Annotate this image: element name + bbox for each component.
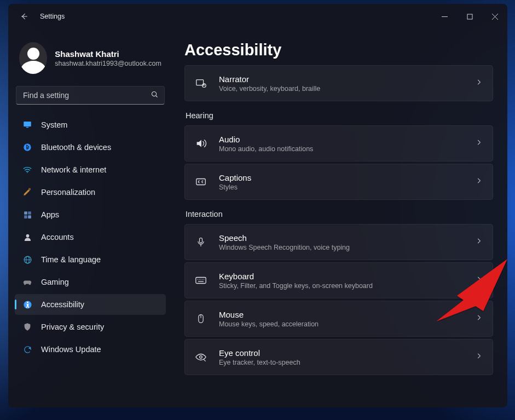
sidebar-item-label: Accounts bbox=[41, 233, 74, 241]
chevron-right-icon bbox=[475, 78, 483, 88]
sidebar-item-personalization[interactable]: Personalization bbox=[15, 182, 166, 203]
profile-block[interactable]: Shashwat Khatri shashwat.khatri1993@outl… bbox=[15, 29, 166, 84]
setting-card-keyboard[interactable]: Keyboard Sticky, Filter, and Toggle keys… bbox=[184, 262, 493, 298]
card-description: Styles bbox=[219, 183, 463, 191]
monitor-icon bbox=[22, 120, 32, 130]
mouse-icon bbox=[195, 313, 207, 324]
svg-rect-24 bbox=[196, 179, 206, 185]
person-icon bbox=[22, 232, 32, 242]
svg-point-15 bbox=[26, 234, 29, 237]
chevron-right-icon bbox=[475, 314, 483, 324]
setting-card-captions[interactable]: Captions Styles bbox=[184, 164, 493, 200]
search-box[interactable] bbox=[16, 86, 165, 105]
sidebar-item-accounts[interactable]: Accounts bbox=[15, 227, 166, 248]
sidebar-item-label: Time & language bbox=[41, 255, 101, 264]
sidebar-item-label: Personalization bbox=[41, 188, 95, 197]
sidebar-item-label: Apps bbox=[41, 210, 59, 219]
setting-card-eye-control[interactable]: Eye control Eye tracker, text-to-speech bbox=[184, 339, 493, 375]
svg-point-9 bbox=[27, 172, 28, 174]
svg-rect-12 bbox=[28, 211, 31, 215]
card-title: Keyboard bbox=[219, 272, 463, 281]
svg-rect-7 bbox=[26, 127, 29, 128]
sidebar-item-label: System bbox=[41, 120, 67, 129]
sidebar-item-windows-update[interactable]: Windows Update bbox=[15, 339, 166, 360]
card-description: Mono audio, audio notifications bbox=[219, 145, 463, 153]
minimize-button[interactable] bbox=[432, 8, 457, 25]
profile-name: Shashwat Khatri bbox=[55, 49, 161, 59]
svg-rect-6 bbox=[24, 122, 31, 126]
card-description: Windows Speech Recognition, voice typing bbox=[219, 244, 463, 251]
maximize-button[interactable] bbox=[457, 8, 482, 25]
card-title: Audio bbox=[219, 135, 463, 144]
narrator-icon bbox=[195, 77, 207, 89]
content-scroll[interactable]: Narrator Voice, verbosity, keyboard, bra… bbox=[184, 65, 501, 401]
sidebar-item-bluetooth-devices[interactable]: Bluetooth & devices bbox=[15, 137, 166, 158]
chevron-right-icon bbox=[475, 352, 483, 362]
svg-rect-1 bbox=[467, 14, 472, 19]
sidebar: Shashwat Khatri shashwat.khatri1993@outl… bbox=[8, 29, 172, 407]
sidebar-item-label: Gaming bbox=[41, 278, 69, 286]
card-description: Sticky, Filter, and Toggle keys, on-scre… bbox=[219, 282, 463, 290]
search-icon bbox=[151, 90, 159, 101]
update-icon bbox=[22, 344, 32, 354]
svg-rect-11 bbox=[24, 211, 27, 215]
profile-email: shashwat.khatri1993@outlook.com bbox=[55, 60, 161, 67]
sidebar-item-gaming[interactable]: Gaming bbox=[15, 272, 166, 292]
card-description: Mouse keys, speed, acceleration bbox=[219, 320, 463, 328]
card-title: Captions bbox=[219, 173, 463, 182]
chevron-right-icon bbox=[475, 177, 483, 187]
titlebar: Settings bbox=[8, 4, 507, 29]
bluetooth-icon bbox=[22, 142, 32, 152]
main-panel: Accessibility Narrator Voice, verbosity,… bbox=[172, 29, 507, 407]
card-title: Speech bbox=[219, 233, 463, 243]
sidebar-item-label: Network & internet bbox=[41, 165, 106, 174]
shield-icon bbox=[22, 322, 32, 332]
svg-rect-26 bbox=[196, 278, 206, 284]
chevron-right-icon bbox=[475, 139, 483, 148]
app-title: Settings bbox=[40, 13, 65, 20]
settings-window: Settings Shashwat Khatri shashwat.khatri… bbox=[8, 4, 507, 407]
svg-rect-14 bbox=[28, 215, 31, 218]
sidebar-item-network-internet[interactable]: Network & internet bbox=[15, 159, 166, 180]
grid-icon bbox=[22, 210, 32, 220]
captions-icon bbox=[195, 176, 207, 188]
card-title: Narrator bbox=[219, 74, 463, 84]
page-title: Accessibility bbox=[184, 41, 501, 59]
setting-card-audio[interactable]: Audio Mono audio, audio notifications bbox=[184, 125, 493, 162]
sidebar-item-label: Privacy & security bbox=[41, 323, 104, 331]
sidebar-item-label: Windows Update bbox=[41, 345, 101, 354]
sidebar-item-system[interactable]: System bbox=[15, 114, 166, 135]
close-button[interactable] bbox=[482, 8, 507, 25]
mic-icon bbox=[195, 237, 207, 248]
chevron-right-icon bbox=[475, 275, 483, 285]
setting-card-speech[interactable]: Speech Windows Speech Recognition, voice… bbox=[184, 224, 493, 260]
globe-icon bbox=[22, 255, 32, 264]
avatar bbox=[19, 42, 47, 74]
keyboard-icon bbox=[195, 274, 207, 287]
section-label: Hearing bbox=[186, 111, 492, 120]
gamepad-icon bbox=[22, 277, 32, 287]
brush-icon bbox=[22, 187, 32, 197]
sidebar-item-accessibility[interactable]: Accessibility bbox=[15, 294, 166, 315]
svg-point-20 bbox=[27, 301, 28, 303]
sidebar-item-label: Accessibility bbox=[41, 300, 84, 309]
card-description: Voice, verbosity, keyboard, braille bbox=[219, 85, 463, 93]
sidebar-item-time-language[interactable]: Time & language bbox=[15, 249, 166, 270]
svg-line-5 bbox=[156, 95, 158, 97]
audio-icon bbox=[195, 137, 207, 149]
sidebar-item-privacy-security[interactable]: Privacy & security bbox=[15, 317, 166, 337]
svg-rect-10 bbox=[28, 188, 31, 191]
back-button[interactable] bbox=[16, 8, 32, 25]
eye-icon bbox=[195, 351, 207, 363]
sidebar-item-apps[interactable]: Apps bbox=[15, 204, 166, 225]
svg-rect-13 bbox=[24, 215, 27, 218]
svg-point-4 bbox=[152, 91, 157, 96]
search-input[interactable] bbox=[23, 91, 151, 100]
setting-card-narrator[interactable]: Narrator Voice, verbosity, keyboard, bra… bbox=[184, 65, 493, 101]
svg-rect-25 bbox=[200, 238, 202, 243]
setting-card-mouse[interactable]: Mouse Mouse keys, speed, acceleration bbox=[184, 301, 493, 337]
card-title: Mouse bbox=[219, 310, 463, 319]
accessibility-icon bbox=[22, 300, 32, 309]
svg-point-8 bbox=[24, 143, 31, 151]
section-label: Interaction bbox=[186, 210, 492, 218]
